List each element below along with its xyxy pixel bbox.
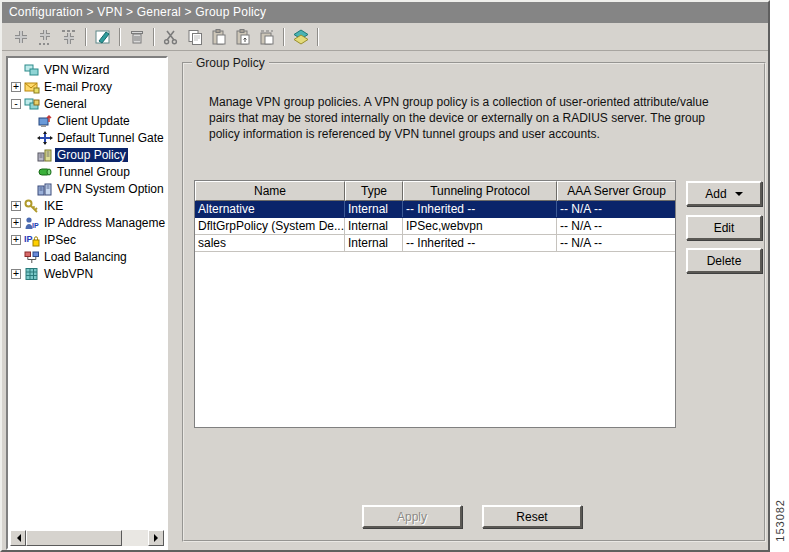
column-header-name[interactable]: Name (195, 181, 345, 201)
tree-item-load-balancing[interactable]: Load Balancing (8, 248, 166, 265)
add-multiple-button[interactable] (33, 26, 57, 48)
cell-tunneling-protocol: -- Inherited -- (403, 201, 557, 217)
column-header-tunneling-protocol[interactable]: Tunneling Protocol (403, 181, 557, 201)
edit-policy-button[interactable]: Edit (686, 215, 762, 240)
delete-button-label: Delete (707, 254, 742, 268)
table-header-row: Name Type Tunneling Protocol AAA Server … (195, 181, 675, 201)
edit-button[interactable] (91, 26, 115, 48)
cell-tunneling-protocol: IPSec,webvpn (403, 218, 557, 234)
paste-button[interactable] (207, 26, 231, 48)
expand-icon[interactable]: + (11, 269, 21, 279)
toolbar (2, 23, 768, 51)
paste-import-button[interactable] (231, 26, 255, 48)
cell-name: DfltGrpPolicy (System De... (195, 218, 345, 234)
table-row[interactable]: Alternative Internal -- Inherited -- -- … (195, 201, 675, 218)
layers-icon (292, 28, 310, 46)
tree-item-ike[interactable]: + IKE (8, 197, 166, 214)
cell-name: sales (195, 235, 345, 251)
copy-button[interactable] (183, 26, 207, 48)
cell-aaa-server-group: -- N/A -- (557, 235, 675, 251)
figure-number: 153082 (774, 499, 786, 542)
table-row[interactable]: DfltGrpPolicy (System De... Internal IPS… (195, 218, 675, 235)
scroll-right-button[interactable] (148, 530, 164, 546)
description-line: policy information is referenced by VPN … (209, 126, 761, 142)
load-balancing-icon (24, 250, 40, 264)
tree-item-vpn-wizard[interactable]: VPN Wizard (8, 61, 166, 78)
delete-button[interactable] (125, 26, 149, 48)
toolbar-separator (283, 28, 285, 46)
description-line: Manage VPN group policies. A VPN group p… (209, 94, 761, 110)
asdm-window: Configuration > VPN > General > Group Po… (0, 0, 770, 552)
group-policy-panel: Group Policy Manage VPN group policies. … (182, 62, 766, 542)
add-button-label: Add (705, 187, 726, 201)
apply-button-label: Apply (397, 510, 427, 524)
tree-item-general[interactable]: - General (8, 95, 166, 112)
paste-import-icon (234, 28, 252, 46)
expand-icon[interactable]: + (11, 82, 21, 92)
description-line: pairs that may be stored internally on t… (209, 110, 761, 126)
tree-horizontal-scrollbar[interactable] (10, 530, 164, 546)
tree-item-group-policy[interactable]: Group Policy (8, 146, 166, 163)
cut-button[interactable] (159, 26, 183, 48)
tree-item-label: General (42, 97, 89, 111)
cut-icon (162, 28, 180, 46)
tree-item-ipsec[interactable]: + IP IPSec (8, 231, 166, 248)
panel-description: Manage VPN group policies. A VPN group p… (209, 94, 761, 142)
toolbar-separator (317, 28, 319, 46)
tree-item-vpn-system-options[interactable]: VPN System Option (8, 180, 166, 197)
expand-icon[interactable]: + (11, 235, 21, 245)
cell-aaa-server-group: -- N/A -- (557, 218, 675, 234)
collapse-icon[interactable]: - (11, 99, 21, 109)
cell-type: Internal (345, 235, 403, 251)
paste-special-icon (258, 28, 276, 46)
email-proxy-icon (24, 80, 40, 94)
add-advanced-icon (60, 28, 78, 46)
edit-button-label: Edit (714, 221, 735, 235)
cell-tunneling-protocol: -- Inherited -- (403, 235, 557, 251)
group-policy-icon (37, 148, 53, 162)
tree-item-email-proxy[interactable]: + E-mail Proxy (8, 78, 166, 95)
add-advanced-button[interactable] (57, 26, 81, 48)
paste-icon (210, 28, 228, 46)
group-policy-table: Name Type Tunneling Protocol AAA Server … (194, 180, 676, 428)
navigation-tree-panel: VPN Wizard + E-mail Proxy - General Clie… (6, 56, 168, 550)
tree-item-webvpn[interactable]: + WebVPN (8, 265, 166, 282)
client-update-icon (37, 114, 53, 128)
reset-button[interactable]: Reset (482, 505, 582, 528)
panel-title: Group Policy (192, 56, 269, 70)
paste-special-button[interactable] (255, 26, 279, 48)
add-policy-button[interactable]: Add (686, 181, 762, 206)
column-header-aaa-server-group[interactable]: AAA Server Group (557, 181, 675, 201)
general-icon (24, 97, 40, 111)
vpn-system-options-icon (37, 182, 53, 196)
tree-item-label: VPN System Option (55, 182, 166, 196)
toolbar-separator (85, 28, 87, 46)
tree-item-label: Client Update (55, 114, 132, 128)
svg-text:IP: IP (32, 222, 39, 229)
scrollbar-track[interactable] (122, 530, 148, 546)
expand-icon[interactable]: + (11, 201, 21, 211)
delete-policy-button[interactable]: Delete (686, 248, 762, 273)
tree-item-client-update[interactable]: Client Update (8, 112, 166, 129)
chevron-down-icon (735, 192, 743, 200)
tree-item-default-tunnel-gateway[interactable]: Default Tunnel Gate (8, 129, 166, 146)
apply-button[interactable]: Apply (362, 505, 462, 528)
scroll-right-icon (154, 534, 162, 542)
expand-icon[interactable]: + (11, 218, 21, 228)
cell-type: Internal (345, 201, 403, 217)
edit-icon (94, 28, 112, 46)
add-button[interactable] (9, 26, 33, 48)
scroll-left-button[interactable] (10, 530, 26, 546)
column-header-type[interactable]: Type (345, 181, 403, 201)
layers-button[interactable] (289, 26, 313, 48)
table-row[interactable]: sales Internal -- Inherited -- -- N/A -- (195, 235, 675, 252)
breadcrumb: Configuration > VPN > General > Group Po… (2, 2, 768, 23)
tree-item-tunnel-group[interactable]: Tunnel Group (8, 163, 166, 180)
delete-icon (128, 28, 146, 46)
key-icon (24, 199, 40, 213)
tree-item-label: E-mail Proxy (42, 80, 114, 94)
vpn-wizard-icon (24, 63, 40, 77)
ip-address-management-icon: IP (24, 216, 40, 230)
scrollbar-thumb[interactable] (26, 530, 122, 546)
tree-item-ip-address-management[interactable]: + IP IP Address Manageme (8, 214, 166, 231)
